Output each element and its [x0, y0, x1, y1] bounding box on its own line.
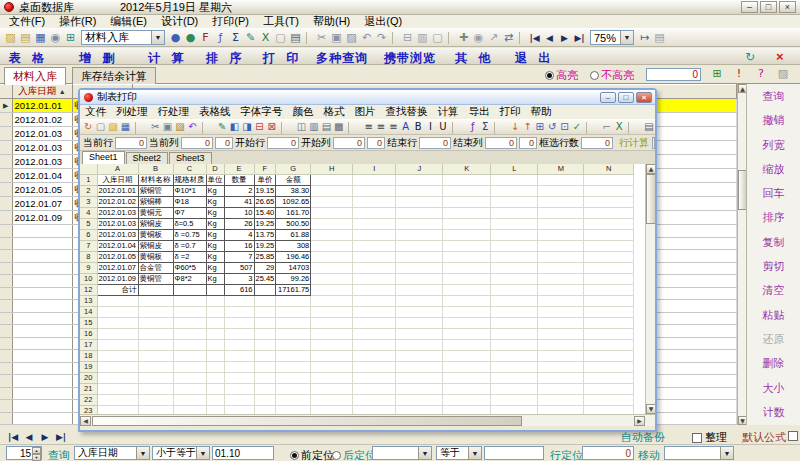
redo-icon[interactable]: ↷	[374, 31, 389, 45]
cell[interactable]	[538, 384, 584, 395]
undo-icon[interactable]: ↶	[359, 31, 374, 45]
sidebar-action-button[interactable]: 粘贴	[747, 303, 800, 327]
cell[interactable]	[584, 241, 634, 252]
cell[interactable]: 61.88	[276, 230, 311, 241]
open-icon[interactable]: ▨	[107, 120, 119, 134]
cell[interactable]	[538, 175, 584, 186]
range-field-input2[interactable]: 0	[215, 137, 233, 149]
inner-window-title-bar[interactable]: 制表打印 – □ ×	[80, 90, 655, 105]
row-number[interactable]: 15	[80, 318, 97, 329]
cell[interactable]	[97, 318, 138, 329]
inner-minimize-button[interactable]: –	[600, 92, 616, 103]
cell[interactable]	[538, 296, 584, 307]
cell[interactable]	[538, 241, 584, 252]
cell[interactable]	[584, 252, 634, 263]
tools-icon[interactable]: ✚	[456, 31, 471, 45]
row-number[interactable]: 3	[80, 197, 97, 208]
cell[interactable]	[396, 230, 443, 241]
cell[interactable]	[97, 340, 138, 351]
row-selector[interactable]	[0, 387, 12, 400]
range-field-input2[interactable]: 0	[367, 137, 385, 149]
chevron-down-icon[interactable]: ▼	[151, 31, 164, 44]
range-field-input2[interactable]: 0	[519, 137, 537, 149]
checkbox-icon[interactable]	[692, 433, 702, 443]
cell[interactable]	[491, 252, 538, 263]
corner-cell[interactable]	[80, 164, 97, 175]
range-field-input[interactable]: 0	[419, 137, 451, 149]
inbound-date-cell[interactable]: 2012.01.03	[12, 155, 72, 169]
cell[interactable]	[97, 296, 138, 307]
cell[interactable]	[97, 351, 138, 362]
save-icon[interactable]: ▦	[33, 31, 48, 45]
cell[interactable]: 黄铜元	[138, 208, 173, 219]
row-number[interactable]: 21	[80, 384, 97, 395]
align-right-icon[interactable]: ≡	[387, 120, 399, 134]
cell[interactable]	[276, 351, 311, 362]
cell[interactable]	[443, 219, 491, 230]
last-record-button[interactable]: ▶|	[54, 431, 68, 444]
cell[interactable]	[584, 395, 634, 406]
cell[interactable]	[491, 230, 538, 241]
exit-icon[interactable]: ↦	[637, 31, 652, 45]
cell[interactable]: 紫铜皮	[138, 219, 173, 230]
cell[interactable]	[538, 186, 584, 197]
cell[interactable]: 入库日期	[97, 175, 138, 186]
cell[interactable]	[491, 406, 538, 415]
inbound-date-cell[interactable]: 2012.01.07	[12, 197, 72, 211]
field2-combo[interactable]: ▼	[372, 446, 432, 460]
list-icon[interactable]: ⊟	[400, 31, 415, 45]
cell[interactable]	[276, 362, 311, 373]
cell[interactable]	[353, 197, 396, 208]
row-number[interactable]: 14	[80, 307, 97, 318]
table-icon[interactable]: ⊞	[63, 31, 78, 45]
excel-icon[interactable]: X	[258, 31, 273, 45]
column-header[interactable]: H	[311, 164, 353, 175]
cell-icon[interactable]: ⊡	[558, 120, 570, 134]
cell[interactable]	[396, 219, 443, 230]
menu-item[interactable]: 帮助(H)	[306, 14, 357, 29]
cell[interactable]: Kg	[206, 241, 224, 252]
cell[interactable]: Φ7	[173, 208, 206, 219]
hide-row-icon[interactable]: ▤	[320, 120, 332, 134]
cell[interactable]: 99.26	[276, 274, 311, 285]
cell[interactable]	[173, 307, 206, 318]
cell[interactable]: 合金管	[138, 263, 173, 274]
cell[interactable]: 25.85	[254, 252, 276, 263]
cell[interactable]	[311, 274, 353, 285]
inbound-date-cell[interactable]	[12, 287, 72, 300]
open-file-icon[interactable]: ▨	[3, 31, 18, 45]
table-select-combo[interactable]: 材料入库 ▼	[81, 30, 165, 45]
cell[interactable]	[584, 274, 634, 285]
inbound-date-cell[interactable]	[12, 300, 72, 313]
cell[interactable]	[353, 362, 396, 373]
cell[interactable]	[538, 373, 584, 384]
cell[interactable]: 材料名称	[138, 175, 173, 186]
cell[interactable]: 2012.01.03	[97, 208, 138, 219]
cell[interactable]: 2012.01.04	[97, 241, 138, 252]
cell[interactable]	[353, 318, 396, 329]
front-locate-radio[interactable]: 前定位	[290, 448, 334, 461]
cell[interactable]: 10	[224, 208, 254, 219]
cell[interactable]: 单位	[206, 175, 224, 186]
inbound-date-cell[interactable]: 2012.01.03	[12, 141, 72, 155]
cell[interactable]	[311, 307, 353, 318]
row-selector[interactable]	[0, 141, 12, 155]
column-width-icon[interactable]: ▥	[308, 120, 320, 134]
row-number[interactable]: 10	[80, 274, 97, 285]
cell[interactable]	[206, 373, 224, 384]
cell[interactable]	[353, 208, 396, 219]
cell[interactable]	[224, 296, 254, 307]
cell[interactable]	[584, 175, 634, 186]
operator2-combo[interactable]: 等于▼	[436, 446, 482, 460]
sep3[interactable]	[281, 122, 293, 134]
sep1[interactable]	[135, 122, 147, 134]
cell[interactable]	[311, 329, 353, 340]
cell[interactable]	[538, 263, 584, 274]
range-field-input[interactable]: 0	[485, 137, 517, 149]
cell[interactable]: 2012.01.07	[97, 263, 138, 274]
cell[interactable]	[353, 384, 396, 395]
column-header[interactable]: K	[443, 164, 491, 175]
row-selector[interactable]	[0, 127, 12, 141]
row-selector[interactable]	[0, 225, 12, 238]
cell[interactable]	[138, 362, 173, 373]
